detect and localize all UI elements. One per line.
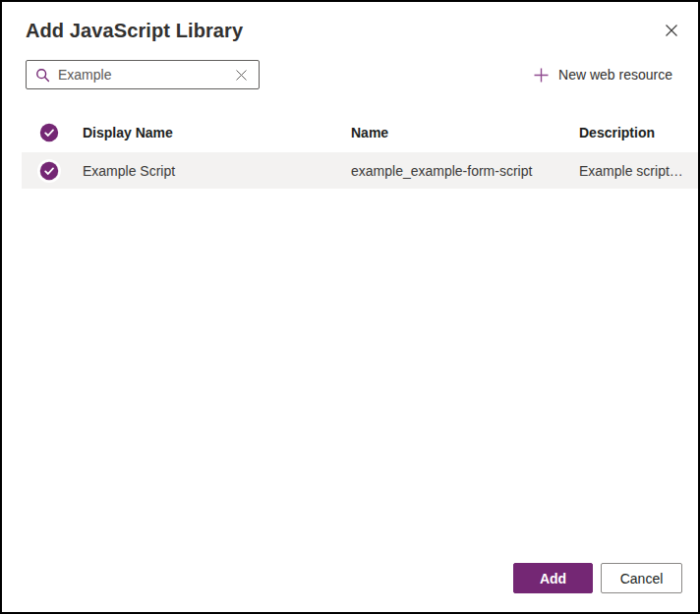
cancel-button[interactable]: Cancel: [601, 563, 682, 593]
new-web-resource-label: New web resource: [558, 67, 672, 83]
check-circle-icon: [39, 161, 59, 181]
web-resource-table: Display Name Name Description Example Sc…: [22, 118, 698, 189]
select-all-checkbox[interactable]: [39, 123, 59, 142]
row-display-name: Example Script: [83, 163, 351, 179]
row-description: Example script…: [579, 163, 698, 179]
add-javascript-library-dialog: Add JavaScript Library: [0, 0, 700, 614]
row-select-cell: [22, 161, 83, 181]
toolbar: New web resource: [2, 60, 698, 89]
column-header-display-name: Display Name: [83, 125, 351, 140]
row-name: example_example-form-script: [351, 163, 579, 179]
plus-icon: [533, 67, 550, 84]
new-web-resource-button[interactable]: New web resource: [533, 67, 672, 84]
close-icon: [664, 23, 679, 38]
dialog-title: Add JavaScript Library: [26, 18, 243, 42]
column-header-description: Description: [579, 125, 698, 140]
dialog-footer: Add Cancel: [2, 563, 698, 612]
select-all-cell: [22, 123, 83, 142]
search-icon: [35, 68, 50, 83]
search-input[interactable]: [58, 67, 231, 83]
close-button[interactable]: [659, 18, 684, 43]
search-box[interactable]: [26, 60, 260, 89]
table-header-row: Display Name Name Description: [22, 118, 698, 147]
column-header-name: Name: [351, 125, 579, 140]
row-checkbox[interactable]: [39, 161, 59, 181]
dialog-header: Add JavaScript Library: [2, 2, 698, 43]
table-row[interactable]: Example Script example_example-form-scri…: [22, 152, 698, 189]
clear-search-button[interactable]: [231, 65, 251, 84]
clear-icon: [235, 69, 248, 82]
add-button[interactable]: Add: [513, 563, 593, 593]
check-circle-icon: [39, 123, 59, 142]
